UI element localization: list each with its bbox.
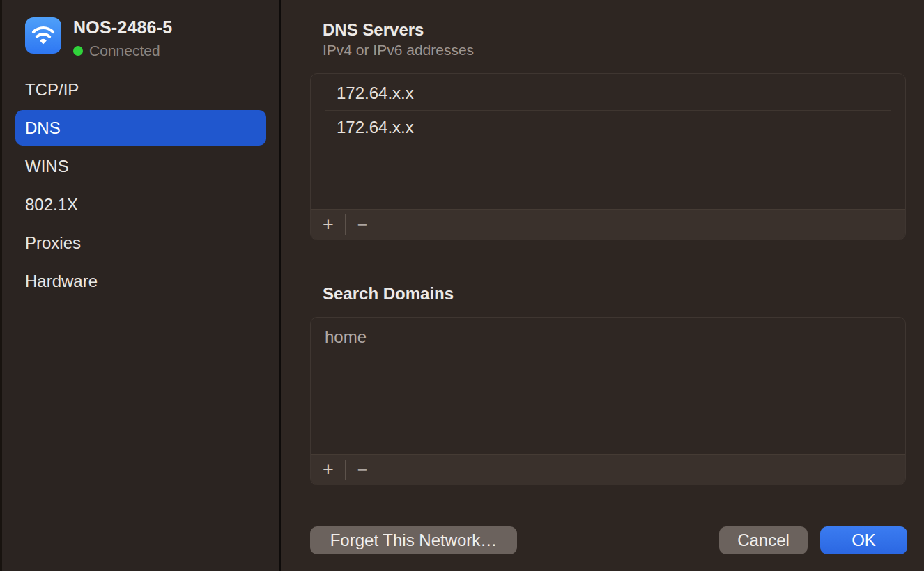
sidebar-item-label: Hardware: [25, 272, 98, 291]
dns-servers-subheading: IPv4 or IPv6 addresses: [323, 42, 474, 58]
toolbar-divider: [345, 460, 346, 480]
network-identity: NOS-2486-5 Connected: [73, 17, 172, 59]
search-domains-heading: Search Domains: [323, 284, 454, 304]
search-domains-rows: home: [311, 318, 905, 454]
dns-servers-heading: DNS Servers: [323, 20, 424, 40]
sidebar-item-label: WINS: [25, 157, 69, 176]
search-domain-entry[interactable]: home: [311, 320, 905, 354]
sidebar-item-proxies[interactable]: Proxies: [15, 225, 266, 260]
sidebar-item-8021x[interactable]: 802.1X: [15, 187, 266, 222]
network-status-label: Connected: [89, 42, 160, 59]
search-domains-toolbar: + −: [311, 454, 905, 485]
sidebar-item-label: TCP/IP: [25, 80, 79, 100]
ok-button[interactable]: OK: [820, 526, 907, 554]
add-search-domain-button[interactable]: +: [316, 460, 340, 480]
network-details-sidebar: NOS-2486-5 Connected TCP/IP DNS WINS 802…: [0, 0, 281, 571]
forget-network-button[interactable]: Forget This Network…: [310, 526, 517, 554]
network-status: Connected: [73, 42, 172, 59]
connected-dot: [73, 46, 83, 56]
dns-settings-panel: DNS Servers IPv4 or IPv6 addresses 172.6…: [283, 0, 924, 571]
remove-search-domain-button[interactable]: −: [351, 460, 374, 480]
network-name: NOS-2486-5: [73, 17, 172, 38]
search-domains-list: home + −: [310, 317, 906, 485]
cancel-button[interactable]: Cancel: [719, 526, 808, 554]
dns-servers-toolbar: + −: [311, 209, 905, 240]
footer-divider: [283, 496, 924, 496]
sidebar-item-wins[interactable]: WINS: [15, 148, 266, 184]
dns-servers-rows: 172.64.x.x 172.64.x.x: [311, 74, 905, 209]
sidebar-item-hardware[interactable]: Hardware: [15, 263, 266, 299]
remove-dns-server-button[interactable]: −: [351, 214, 374, 235]
sidebar-item-tcpip[interactable]: TCP/IP: [15, 72, 266, 107]
dns-server-entry[interactable]: 172.64.x.x: [311, 111, 905, 144]
dns-server-entry[interactable]: 172.64.x.x: [311, 77, 905, 110]
sidebar-item-label: Proxies: [25, 233, 81, 253]
toolbar-divider: [345, 214, 346, 235]
sidebar-item-label: 802.1X: [25, 195, 78, 214]
network-header: NOS-2486-5 Connected: [25, 17, 172, 59]
settings-menu: TCP/IP DNS WINS 802.1X Proxies Hardware: [15, 72, 266, 302]
wifi-icon: [25, 17, 61, 54]
sidebar-item-dns[interactable]: DNS: [15, 110, 266, 146]
dns-servers-list: 172.64.x.x 172.64.x.x + −: [310, 73, 906, 240]
add-dns-server-button[interactable]: +: [316, 214, 340, 235]
dialog-footer: Forget This Network… Cancel OK: [310, 526, 907, 554]
sidebar-item-label: DNS: [25, 118, 61, 138]
